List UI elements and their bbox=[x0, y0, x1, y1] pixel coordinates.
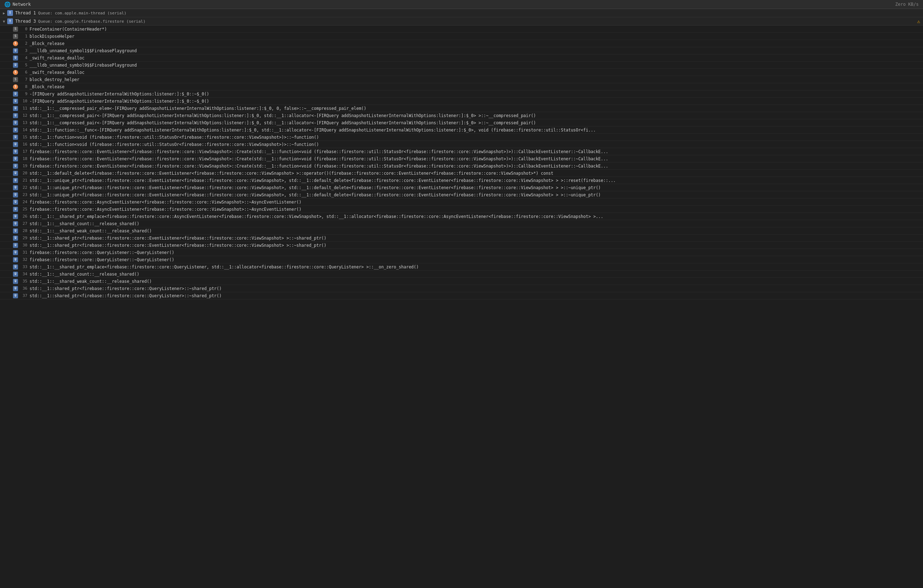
frame-text: firebase::firestore::core::EventListener… bbox=[30, 149, 608, 154]
stack-frame[interactable]: U24firebase::firestore::core::AsyncEvent… bbox=[0, 199, 923, 206]
frame-number: 21 bbox=[20, 178, 27, 183]
stack-frame[interactable]: U27std::__1::__shared_count::__release_s… bbox=[0, 220, 923, 227]
stack-frame[interactable]: U5___lldb_unnamed_symbol9$$FirebasePlayg… bbox=[0, 62, 923, 69]
frame-icon: U bbox=[13, 228, 18, 233]
stack-frame[interactable]: S0FreeContainer(ContainerHeader*) bbox=[0, 26, 923, 33]
stack-frame[interactable]: S8_Block_release bbox=[0, 83, 923, 90]
stack-frame[interactable]: U4_swift_release_dealloc bbox=[0, 54, 923, 62]
frame-text: _Block_release bbox=[30, 84, 64, 89]
stack-frame[interactable]: U13std::__1::__compressed_pair<-[FIRQuer… bbox=[0, 119, 923, 126]
frame-icon: U bbox=[13, 113, 18, 118]
stack-frame[interactable]: U14std::__1::function::__func<-[FIRQuery… bbox=[0, 126, 923, 134]
stack-frame[interactable]: U34std::__1::__shared_count::__release_s… bbox=[0, 271, 923, 278]
stack-frame[interactable]: U37std::__1::shared_ptr<firebase::firest… bbox=[0, 292, 923, 299]
stack-frame[interactable]: U35std::__1::__shared_weak_count::__rele… bbox=[0, 278, 923, 285]
stack-frame[interactable]: S6_swift_release_dealloc bbox=[0, 69, 923, 76]
stack-frame[interactable]: U33std::__1::__shared_ptr_emplace<fireba… bbox=[0, 263, 923, 271]
frame-text: std::__1::unique_ptr<firebase::firestore… bbox=[30, 185, 601, 190]
thread1-header[interactable]: ▶ T Thread 1 Queue: com.apple.main-threa… bbox=[0, 9, 923, 17]
thread3-header[interactable]: ▼ T Thread 3 Queue: com.google.firebase.… bbox=[0, 17, 923, 26]
thread1-queue: Queue: com.apple.main-thread (serial) bbox=[38, 11, 126, 15]
stack-frame[interactable]: U23std::__1::unique_ptr<firebase::firest… bbox=[0, 191, 923, 199]
thread1-icon: T bbox=[7, 10, 13, 16]
stack-frame[interactable]: U20std::__1::default_delete<firebase::fi… bbox=[0, 170, 923, 177]
frame-number: 5 bbox=[20, 63, 27, 67]
stack-frame[interactable]: U15std::__1::function<void (firebase::fi… bbox=[0, 134, 923, 141]
frame-text: std::__1::__compressed_pair_elem<-[FIRQu… bbox=[30, 106, 366, 111]
frame-icon: U bbox=[13, 156, 18, 161]
frame-text: std::__1::function<void (firebase::fires… bbox=[30, 135, 319, 140]
thread3-icon: T bbox=[7, 18, 13, 24]
frame-icon: U bbox=[13, 185, 18, 190]
frame-number: 6 bbox=[20, 70, 27, 75]
frame-text: std::__1::shared_ptr<firebase::firestore… bbox=[30, 293, 222, 298]
frame-number: 18 bbox=[20, 156, 27, 161]
frame-number: 28 bbox=[20, 228, 27, 233]
stack-frame[interactable]: U28std::__1::__shared_weak_count::__rele… bbox=[0, 227, 923, 235]
frame-number: 23 bbox=[20, 192, 27, 197]
thread3-label: Thread 3 bbox=[15, 19, 36, 24]
stack-frame[interactable]: U36std::__1::shared_ptr<firebase::firest… bbox=[0, 285, 923, 292]
frame-number: 0 bbox=[20, 27, 27, 31]
network-speed: Zero KB/s bbox=[895, 2, 919, 7]
stack-frame[interactable]: S2_Block_release bbox=[0, 40, 923, 47]
thread-container: ▶ T Thread 1 Queue: com.apple.main-threa… bbox=[0, 9, 923, 299]
stack-frame[interactable]: U22std::__1::unique_ptr<firebase::firest… bbox=[0, 184, 923, 191]
frame-number: 15 bbox=[20, 135, 27, 140]
stack-frame[interactable]: U11std::__1::__compressed_pair_elem<-[FI… bbox=[0, 105, 923, 112]
frame-icon: U bbox=[13, 236, 18, 241]
frame-text: std::__1::shared_ptr<firebase::firestore… bbox=[30, 236, 327, 241]
frame-text: std::__1::shared_ptr<firebase::firestore… bbox=[30, 243, 327, 248]
frame-icon: U bbox=[13, 120, 18, 125]
frame-text: std::__1::unique_ptr<firebase::firestore… bbox=[30, 178, 616, 183]
thread1-label: Thread 1 bbox=[15, 10, 36, 15]
frame-icon: U bbox=[13, 128, 18, 133]
stack-frame[interactable]: U32firebase::firestore::core::QueryListe… bbox=[0, 256, 923, 263]
frame-icon: U bbox=[13, 243, 18, 248]
stack-frame[interactable]: U12std::__1::__compressed_pair<-[FIRQuer… bbox=[0, 112, 923, 119]
frame-text: block_destroy_helper bbox=[30, 77, 79, 82]
frame-number: 27 bbox=[20, 221, 27, 226]
frame-text: std::__1::unique_ptr<firebase::firestore… bbox=[30, 192, 601, 197]
frame-number: 17 bbox=[20, 149, 27, 154]
frame-text: firebase::firestore::core::QueryListener… bbox=[30, 257, 174, 262]
frame-icon: U bbox=[13, 142, 18, 147]
frame-icon: U bbox=[13, 214, 18, 219]
frame-number: 9 bbox=[20, 92, 27, 96]
stack-frame[interactable]: S7block_destroy_helper bbox=[0, 76, 923, 83]
stack-frame[interactable]: U3___lldb_unnamed_symbol1$$FirebasePlayg… bbox=[0, 47, 923, 54]
frame-number: 2 bbox=[20, 41, 27, 46]
frame-text: ___lldb_unnamed_symbol1$$FirebasePlaygro… bbox=[30, 48, 137, 53]
main-content: ▶ T Thread 1 Queue: com.apple.main-threa… bbox=[0, 9, 923, 587]
stack-frame[interactable]: U19firebase::firestore::core::EventListe… bbox=[0, 163, 923, 170]
header-title: 🌐 Network bbox=[4, 2, 31, 7]
stack-frame[interactable]: S1blockDisposeHelper bbox=[0, 33, 923, 40]
frame-number: 36 bbox=[20, 286, 27, 291]
frame-text: firebase::firestore::core::EventListener… bbox=[30, 156, 608, 161]
stack-frame[interactable]: U26std::__1::__shared_ptr_emplace<fireba… bbox=[0, 213, 923, 220]
frame-icon: U bbox=[13, 149, 18, 154]
frame-number: 22 bbox=[20, 185, 27, 190]
frame-text: std::__1::__compressed_pair<-[FIRQuery a… bbox=[30, 120, 536, 125]
frame-text: -[FIRQuery addSnapshotListenerInternalWi… bbox=[30, 99, 209, 104]
stack-frame[interactable]: U18firebase::firestore::core::EventListe… bbox=[0, 155, 923, 163]
thread3-queue: Queue: com.google.firebase.firestore (se… bbox=[38, 19, 146, 24]
frame-text: std::__1::default_delete<firebase::fires… bbox=[30, 171, 553, 176]
stack-frame[interactable]: U17firebase::firestore::core::EventListe… bbox=[0, 148, 923, 155]
stack-frame[interactable]: U16std::__1::function<void (firebase::fi… bbox=[0, 141, 923, 148]
frame-text: std::__1::__shared_ptr_emplace<firebase:… bbox=[30, 264, 419, 269]
frame-number: 33 bbox=[20, 264, 27, 269]
frame-icon: U bbox=[13, 99, 18, 104]
stack-frame[interactable]: U30std::__1::shared_ptr<firebase::firest… bbox=[0, 242, 923, 249]
stack-frame[interactable]: U31firebase::firestore::core::QueryListe… bbox=[0, 249, 923, 256]
stack-frame[interactable]: U21std::__1::unique_ptr<firebase::firest… bbox=[0, 177, 923, 184]
stack-frame[interactable]: U29std::__1::shared_ptr<firebase::firest… bbox=[0, 235, 923, 242]
frame-number: 3 bbox=[20, 48, 27, 53]
thread3-warning-icon: ⚠ bbox=[917, 18, 920, 24]
stack-frame[interactable]: U9-[FIRQuery addSnapshotListenerInternal… bbox=[0, 90, 923, 98]
stack-frame[interactable]: U25firebase::firestore::core::AsyncEvent… bbox=[0, 206, 923, 213]
frame-text: -[FIRQuery addSnapshotListenerInternalWi… bbox=[30, 92, 209, 97]
frame-text: std::__1::__shared_ptr_emplace<firebase:… bbox=[30, 214, 603, 219]
stack-frame[interactable]: U10-[FIRQuery addSnapshotListenerInterna… bbox=[0, 98, 923, 105]
frame-icon: U bbox=[13, 272, 18, 277]
